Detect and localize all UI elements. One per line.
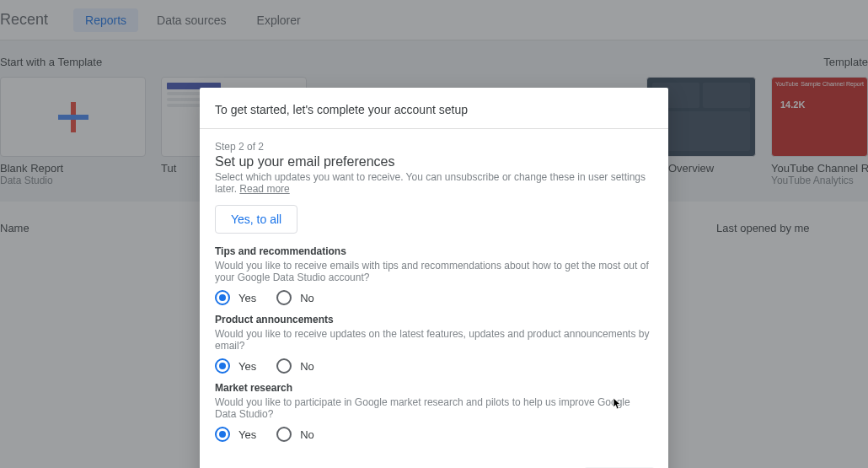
pref-group-desc: Would you like to receive updates on the… <box>215 328 653 352</box>
modal-title: To get started, let's complete your acco… <box>200 88 668 129</box>
modal-body: Step 2 of 2 Set up your email preference… <box>200 129 668 457</box>
radio-icon <box>276 358 292 374</box>
radio-label: No <box>300 428 314 441</box>
radio-icon <box>276 427 292 442</box>
radio-icon <box>276 290 292 305</box>
pref-group-desc: Would you like to participate in Google … <box>215 396 653 420</box>
pref-group-research: Market research Would you like to partic… <box>215 382 653 442</box>
radio-no-research[interactable]: No <box>276 427 314 442</box>
read-more-link[interactable]: Read more <box>239 183 289 195</box>
radio-yes-research[interactable]: Yes <box>215 427 256 442</box>
radio-icon <box>215 290 230 305</box>
radio-icon <box>215 427 230 442</box>
pref-group-tips: Tips and recommendations Would you like … <box>215 245 653 305</box>
pref-group-title: Tips and recommendations <box>215 245 653 257</box>
email-prefs-description: Select which updates you want to receive… <box>215 171 653 195</box>
radio-label: No <box>300 360 314 373</box>
radio-label: Yes <box>238 292 256 304</box>
pref-group-announcements: Product announcements Would you like to … <box>215 314 653 374</box>
radio-no-tips[interactable]: No <box>276 290 314 305</box>
radio-yes-announcements[interactable]: Yes <box>215 358 256 374</box>
radio-icon <box>215 358 230 374</box>
radio-row: Yes No <box>215 290 653 305</box>
email-prefs-heading: Set up your email preferences <box>215 154 653 169</box>
yes-to-all-button[interactable]: Yes, to all <box>215 205 297 234</box>
pref-group-title: Market research <box>215 382 653 394</box>
radio-label: Yes <box>238 360 256 373</box>
step-indicator: Step 2 of 2 <box>215 141 653 153</box>
radio-yes-tips[interactable]: Yes <box>215 290 256 305</box>
pref-group-title: Product announcements <box>215 314 653 325</box>
radio-label: No <box>300 292 314 304</box>
modal-footer: Cancel Continue <box>200 457 668 468</box>
account-setup-modal: To get started, let's complete your acco… <box>200 88 668 468</box>
radio-row: Yes No <box>215 358 653 374</box>
radio-no-announcements[interactable]: No <box>276 358 314 374</box>
radio-row: Yes No <box>215 427 653 442</box>
pref-group-desc: Would you like to receive emails with ti… <box>215 260 653 283</box>
radio-label: Yes <box>238 428 256 441</box>
modal-overlay: To get started, let's complete your acco… <box>0 0 868 468</box>
